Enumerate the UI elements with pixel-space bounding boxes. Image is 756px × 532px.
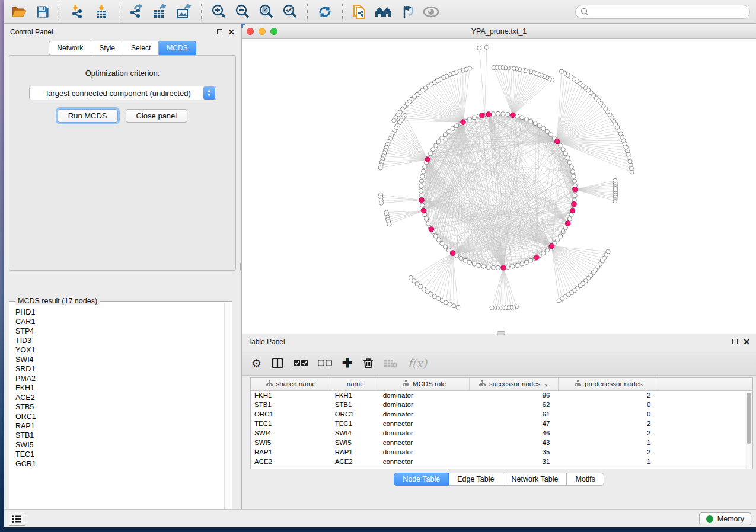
mcds-result-item[interactable]: STB1 — [15, 431, 224, 440]
cell-shared_name: RAP1 — [251, 447, 331, 457]
tab-node-table[interactable]: Node Table — [394, 473, 449, 486]
select-all-checked-icon[interactable] — [294, 356, 308, 370]
mcds-result-item[interactable]: TID3 — [15, 336, 224, 345]
task-history-button[interactable] — [9, 512, 25, 526]
first-neighbors-icon[interactable] — [375, 4, 393, 20]
mcds-result-item[interactable]: ORC1 — [15, 412, 224, 421]
close-panel-button[interactable]: Close panel — [126, 109, 188, 123]
table-row[interactable]: SWI5SWI5connector431 — [251, 438, 752, 447]
horizontal-splitter-handle[interactable] — [497, 331, 505, 335]
cell-name: YOX1 — [331, 466, 379, 469]
cell-name: SWI5 — [331, 438, 379, 447]
open-session-icon[interactable] — [10, 4, 28, 20]
close-table-panel-icon[interactable]: ✕ — [743, 339, 750, 345]
table-row[interactable]: ORC1ORC1dominator610 — [251, 409, 752, 419]
mcds-result-item[interactable]: FKH1 — [15, 383, 224, 393]
column-header-name[interactable]: name — [331, 378, 379, 390]
zoom-fit-icon[interactable] — [257, 4, 275, 20]
cell-successors: 61 — [470, 409, 559, 419]
column-header-predecessor-nodes[interactable]: predecessor nodes — [558, 378, 659, 390]
float-table-panel-icon[interactable] — [732, 339, 738, 345]
mcds-result-item[interactable]: TEC1 — [15, 450, 224, 459]
table-settings-gear-icon[interactable]: ⚙ — [251, 356, 261, 370]
show-all-icon[interactable] — [422, 4, 440, 20]
table-toolbar: ⚙ ✚ f(x) — [242, 351, 756, 376]
zoom-in-icon[interactable] — [210, 4, 228, 20]
tab-network[interactable]: Network — [49, 41, 91, 55]
result-scrollbar[interactable] — [224, 303, 231, 519]
close-panel-icon[interactable]: ✕ — [228, 29, 235, 36]
mcds-result-list[interactable]: PHD1CAR1STP4TID3YOX1SWI4SRD1PMA2FKH1ACE2… — [12, 307, 224, 518]
criterion-dropdown[interactable]: largest connected component (undirected)… — [29, 86, 216, 100]
cell-shared_name: ORC1 — [251, 409, 331, 419]
cell-name: TEC1 — [331, 419, 379, 428]
save-session-icon[interactable] — [34, 4, 52, 20]
export-network-icon[interactable] — [127, 4, 145, 20]
search-input[interactable] — [592, 8, 745, 16]
table-panel: Table Panel ✕ ⚙ ✚ f(x) shared namename — [241, 334, 756, 509]
deselect-all-icon[interactable] — [318, 356, 332, 370]
export-image-icon[interactable] — [175, 4, 193, 20]
mcds-result-item[interactable]: SWI5 — [15, 440, 224, 450]
criterion-value: largest connected component (undirected) — [30, 89, 203, 98]
table-row[interactable]: YOX1YOX1connector291 — [251, 466, 752, 469]
memory-button[interactable]: Memory — [699, 512, 751, 525]
run-mcds-button[interactable]: Run MCDS — [58, 109, 118, 123]
tab-edge-table[interactable]: Edge Table — [449, 473, 503, 486]
mcds-result-item[interactable]: STP4 — [15, 326, 224, 336]
toolbar-separator — [201, 4, 202, 20]
cell-predecessors: 2 — [558, 428, 659, 438]
import-network-icon[interactable] — [69, 4, 87, 20]
mcds-result-item[interactable]: PHD1 — [15, 307, 224, 317]
cell-successors: 35 — [470, 447, 559, 457]
table-row[interactable]: ACE2ACE2connector311 — [251, 457, 752, 466]
zoom-selected-icon[interactable] — [281, 4, 299, 20]
cell-empty — [659, 447, 752, 457]
control-panel-title: Control Panel — [10, 28, 53, 36]
mcds-result-item[interactable]: SRD1 — [15, 364, 224, 374]
column-header-successor-nodes[interactable]: successor nodes⌄ — [470, 378, 559, 390]
table-row[interactable]: SWI4SWI4dominator462 — [251, 428, 752, 438]
table-row[interactable]: TEC1TEC1connector472 — [251, 419, 752, 428]
tab-mcds[interactable]: MCDS — [159, 41, 196, 55]
mcds-result-item[interactable]: STB5 — [15, 402, 224, 412]
table-scrollbar[interactable] — [745, 391, 752, 469]
zoom-out-icon[interactable] — [234, 4, 251, 20]
search-box[interactable] — [575, 5, 750, 19]
tab-style[interactable]: Style — [91, 41, 123, 55]
mcds-result-item[interactable]: SWI4 — [15, 355, 224, 364]
mcds-result-item[interactable]: ACE2 — [15, 393, 224, 402]
optimization-criterion-label: Optimization criterion: — [9, 69, 235, 78]
table-row[interactable]: STB1STB1dominator620 — [251, 400, 752, 409]
import-table-icon[interactable] — [92, 4, 110, 20]
column-header-filler — [659, 378, 752, 390]
clone-network-icon[interactable] — [351, 4, 369, 20]
add-column-icon[interactable]: ✚ — [342, 356, 353, 370]
cell-predecessors: 2 — [558, 419, 659, 428]
table-row[interactable]: FKH1FKH1dominator962 — [251, 390, 752, 400]
column-header-shared-name[interactable]: shared name — [251, 378, 331, 390]
float-panel-icon[interactable] — [217, 29, 222, 36]
tab-network-table[interactable]: Network Table — [503, 473, 567, 486]
hide-selected-icon[interactable] — [398, 4, 416, 20]
dropdown-stepper-icon: ▲▼ — [203, 86, 215, 100]
network-canvas[interactable] — [242, 39, 756, 333]
mcds-result-item[interactable]: YOX1 — [15, 345, 224, 355]
mcds-result-item[interactable]: CAR1 — [15, 317, 224, 326]
mcds-result-item[interactable]: PMA2 — [15, 374, 224, 383]
cell-predecessors: 1 — [558, 457, 659, 466]
tab-motifs[interactable]: Motifs — [567, 473, 604, 486]
network-graph[interactable] — [242, 39, 755, 332]
tab-select[interactable]: Select — [123, 41, 159, 55]
refresh-layout-icon[interactable] — [316, 4, 334, 20]
column-header-MCDS-role[interactable]: MCDS role — [379, 378, 470, 390]
table-row[interactable]: RAP1RAP1dominator352 — [251, 447, 752, 457]
cell-role: dominator — [379, 428, 470, 438]
export-table-icon[interactable] — [151, 4, 169, 20]
table-scrollbar-thumb[interactable] — [747, 393, 751, 444]
network-window-titlebar[interactable]: YPA_prune.txt_1 — [242, 24, 756, 39]
mcds-result-item[interactable]: RAP1 — [15, 421, 224, 431]
mcds-result-item[interactable]: GCR1 — [15, 459, 224, 469]
delete-column-icon[interactable] — [363, 356, 374, 370]
show-column-icon[interactable] — [272, 356, 283, 370]
